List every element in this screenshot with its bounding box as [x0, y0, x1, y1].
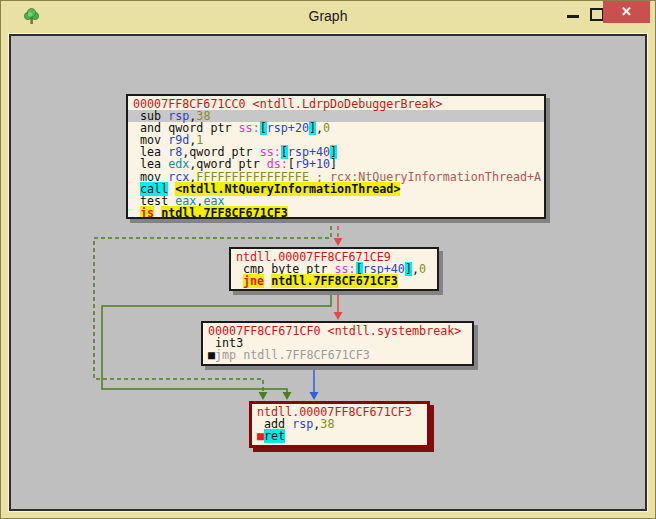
graph-node-00007FF8CF671CE9[interactable]: ntdll.00007FF8CF671CE9 cmp byte ptr ss:[…	[229, 247, 439, 291]
asm-line[interactable]: jne ntdll.7FF8CF671CF3	[236, 275, 437, 287]
graph-node-00007FF8CF671CF0[interactable]: 00007FF8CF671CF0 <ntdll.systembreak> int…	[201, 321, 474, 366]
edge-arrowhead-jmp-CF0-to-CF3	[310, 392, 319, 400]
title-bar[interactable]: Graph ✕	[1, 1, 655, 34]
graph-canvas[interactable]: 00007FF8CF671CC0 <ntdll.LdrpDoDebuggerBr…	[9, 34, 647, 511]
asm-line[interactable]: ■jmp ntdll.7FF8CF671CF3	[208, 349, 472, 361]
block-header[interactable]: 00007FF8CF671CF0 <ntdll.systembreak>	[208, 325, 472, 337]
minimize-button[interactable]	[567, 15, 579, 18]
graph-node-00007FF8CF671CC0[interactable]: 00007FF8CF671CC0 <ntdll.LdrpDoDebuggerBr…	[126, 94, 546, 219]
asm-line[interactable]: ■ret	[257, 430, 427, 442]
asm-line[interactable]: mov rcx,FFFFFFFFFFFFFFFE ; rcx:NtQueryIn…	[133, 171, 544, 183]
maximize-button[interactable]	[590, 8, 604, 21]
asm-line[interactable]: js ntdll.7FF8CF671CF3	[133, 207, 544, 219]
graph-window: Graph ✕ 00007FF8CF671CC0 <ntdll.LdrpDoDe…	[0, 0, 656, 519]
close-button[interactable]: ✕	[603, 1, 650, 23]
edge-arrowhead-fallthrough-CE9-to-CF0	[334, 312, 343, 320]
edge-arrowhead-fallthrough-CC0-to-CE9	[334, 238, 343, 246]
edge-arrowhead-branch-taken-CE9-to-CF3	[283, 392, 292, 400]
window-title: Graph	[1, 8, 655, 24]
graph-viewport[interactable]: 00007FF8CF671CC0 <ntdll.LdrpDoDebuggerBr…	[11, 36, 645, 509]
edge-arrowhead-branch-taken-CC0-to-CF3	[259, 392, 268, 400]
graph-node-00007FF8CF671CF3[interactable]: ntdll.00007FF8CF671CF3 add rsp,38■ret	[249, 401, 430, 448]
